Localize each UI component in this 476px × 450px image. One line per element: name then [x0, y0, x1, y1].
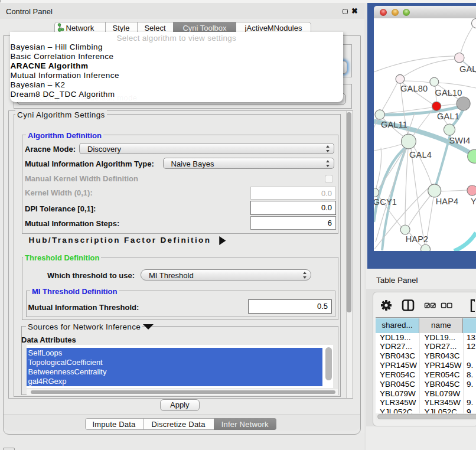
svg-text:GAL4: GAL4 — [409, 150, 432, 159]
svg-text:GAL11: GAL11 — [381, 120, 407, 129]
svg-text:GAL1: GAL1 — [437, 112, 459, 121]
svg-text:GCY1: GCY1 — [374, 197, 397, 207]
svg-text:HAP4: HAP4 — [436, 197, 459, 206]
svg-text:HAP2: HAP2 — [406, 234, 429, 244]
svg-text:GAL10: GAL10 — [435, 88, 462, 97]
svg-text:SWI4: SWI4 — [449, 136, 470, 145]
svg-text:GAL80: GAL80 — [400, 84, 428, 93]
svg-text:YM: YM — [471, 197, 476, 206]
svg-text:GAL7: GAL7 — [459, 64, 476, 74]
